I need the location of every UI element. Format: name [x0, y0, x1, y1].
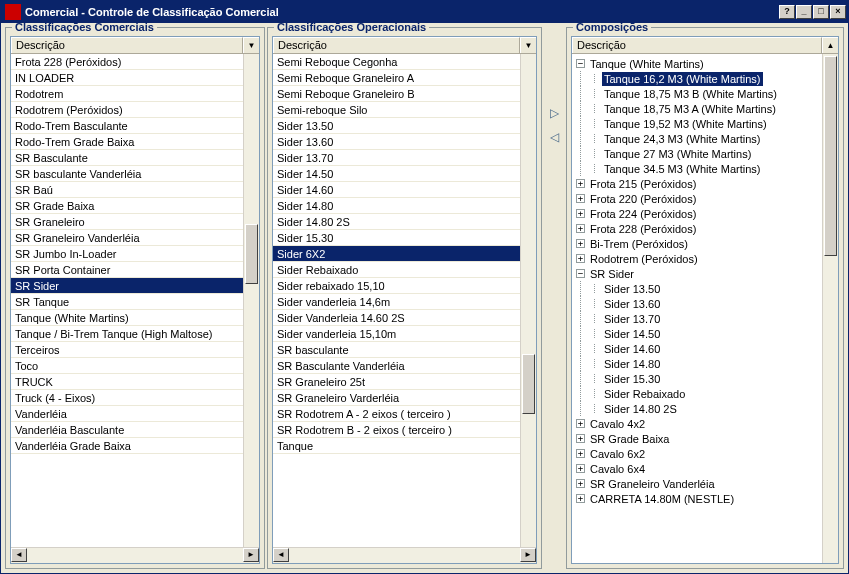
- expand-icon[interactable]: +: [576, 419, 585, 428]
- expand-icon[interactable]: +: [576, 464, 585, 473]
- scrollbar-horizontal[interactable]: ◄ ►: [11, 547, 259, 563]
- tree-node-label[interactable]: Cavalo 4x2: [588, 417, 647, 431]
- tree-node[interactable]: +Bi-Trem (Peróxidos): [572, 236, 822, 251]
- tree-leaf[interactable]: Sider 14.50: [572, 326, 822, 341]
- tree-leaf-label[interactable]: Tanque 18,75 M3 A (White Martins): [602, 102, 778, 116]
- tree-leaf-label[interactable]: Tanque 34.5 M3 (White Martins): [602, 162, 763, 176]
- tree-leaf-label[interactable]: Sider 13.50: [602, 282, 662, 296]
- tree-leaf[interactable]: Sider 14.60: [572, 341, 822, 356]
- list-item[interactable]: SR Graneleiro: [11, 214, 243, 230]
- list-item[interactable]: SR Baú: [11, 182, 243, 198]
- list-item[interactable]: Vanderléia Basculante: [11, 422, 243, 438]
- list-item[interactable]: Sider 13.60: [273, 134, 520, 150]
- list-item[interactable]: Rodotrem (Peróxidos): [11, 102, 243, 118]
- tree-node[interactable]: +Cavalo 4x2: [572, 416, 822, 431]
- list-item[interactable]: Vanderléia Grade Baixa: [11, 438, 243, 454]
- tree-leaf[interactable]: Tanque 18,75 M3 B (White Martins): [572, 86, 822, 101]
- tree-leaf[interactable]: Tanque 19,52 M3 (White Martins): [572, 116, 822, 131]
- list-item[interactable]: Sider 14.50: [273, 166, 520, 182]
- tree-leaf[interactable]: Tanque 16,2 M3 (White Martins): [572, 71, 822, 86]
- tree-node-label[interactable]: Frota 224 (Peróxidos): [588, 207, 698, 221]
- tree-node[interactable]: +SR Grade Baixa: [572, 431, 822, 446]
- tree-node-label[interactable]: SR Graneleiro Vanderléia: [588, 477, 717, 491]
- list-item[interactable]: Rodotrem: [11, 86, 243, 102]
- list-item[interactable]: Semi Reboque Graneleiro A: [273, 70, 520, 86]
- tree-node-label[interactable]: Cavalo 6x4: [588, 462, 647, 476]
- help-button[interactable]: ?: [779, 5, 795, 19]
- tree-leaf-label[interactable]: Tanque 24,3 M3 (White Martins): [602, 132, 763, 146]
- list-operacionais[interactable]: Descrição ▼ Semi Reboque CegonhaSemi Reb…: [272, 36, 537, 564]
- list-item[interactable]: SR Rodotrem B - 2 eixos ( terceiro ): [273, 422, 520, 438]
- close-button[interactable]: ×: [830, 5, 846, 19]
- tree-node[interactable]: +Frota 220 (Peróxidos): [572, 191, 822, 206]
- tree-composicoes[interactable]: Descrição ▲ −Tanque (White Martins)Tanqu…: [571, 36, 839, 564]
- list-item[interactable]: SR Graneleiro Varderléia: [273, 390, 520, 406]
- expand-icon[interactable]: +: [576, 194, 585, 203]
- scrollbar-thumb[interactable]: [522, 354, 535, 414]
- list-item[interactable]: Semi-reboque Silo: [273, 102, 520, 118]
- tree-leaf[interactable]: Tanque 27 M3 (White Martins): [572, 146, 822, 161]
- tree-leaf-label[interactable]: Sider Rebaixado: [602, 387, 687, 401]
- tree-node-label[interactable]: Cavalo 6x2: [588, 447, 647, 461]
- tree-leaf-label[interactable]: Tanque 19,52 M3 (White Martins): [602, 117, 769, 131]
- list-item[interactable]: SR Rodotrem A - 2 eixos ( terceiro ): [273, 406, 520, 422]
- list-item[interactable]: Sider 13.70: [273, 150, 520, 166]
- tree-leaf-label[interactable]: Tanque 16,2 M3 (White Martins): [602, 72, 763, 86]
- scrollbar-thumb[interactable]: [245, 224, 258, 284]
- tree-leaf[interactable]: Sider 14.80 2S: [572, 401, 822, 416]
- tree-leaf-label[interactable]: Sider 14.80: [602, 357, 662, 371]
- tree-node-label[interactable]: Frota 215 (Peróxidos): [588, 177, 698, 191]
- scrollbar-horizontal[interactable]: ◄ ►: [273, 547, 536, 563]
- scrollbar-vertical[interactable]: [520, 54, 536, 547]
- expand-icon[interactable]: +: [576, 494, 585, 503]
- tree-node-label[interactable]: SR Sider: [588, 267, 636, 281]
- list-item[interactable]: Sider rebaixado 15,10: [273, 278, 520, 294]
- list-operacionais-header[interactable]: Descrição ▼: [273, 37, 536, 54]
- list-item[interactable]: TRUCK: [11, 374, 243, 390]
- list-item[interactable]: Terceiros: [11, 342, 243, 358]
- move-left-button[interactable]: ◁: [547, 131, 561, 145]
- list-item[interactable]: Rodo-Trem Grade Baixa: [11, 134, 243, 150]
- move-right-button[interactable]: ▷: [547, 107, 561, 121]
- tree-leaf-label[interactable]: Tanque 27 M3 (White Martins): [602, 147, 753, 161]
- expand-icon[interactable]: +: [576, 479, 585, 488]
- list-item[interactable]: Tanque: [273, 438, 520, 454]
- column-sort-icon[interactable]: ▲: [822, 37, 838, 53]
- tree-node[interactable]: +Frota 228 (Peróxidos): [572, 221, 822, 236]
- list-item[interactable]: SR Porta Container: [11, 262, 243, 278]
- expand-icon[interactable]: +: [576, 449, 585, 458]
- tree-node[interactable]: +Frota 224 (Peróxidos): [572, 206, 822, 221]
- expand-icon[interactable]: +: [576, 179, 585, 188]
- tree-node[interactable]: +Rodotrem (Peróxidos): [572, 251, 822, 266]
- list-item[interactable]: Sider Vanderleia 14.60 2S: [273, 310, 520, 326]
- list-item[interactable]: Sider Rebaixado: [273, 262, 520, 278]
- list-item[interactable]: Sider vanderleia 14,6m: [273, 294, 520, 310]
- tree-node[interactable]: +Frota 215 (Peróxidos): [572, 176, 822, 191]
- list-item[interactable]: SR Jumbo In-Loader: [11, 246, 243, 262]
- list-item[interactable]: Toco: [11, 358, 243, 374]
- tree-leaf[interactable]: Tanque 18,75 M3 A (White Martins): [572, 101, 822, 116]
- tree-node[interactable]: +SR Graneleiro Vanderléia: [572, 476, 822, 491]
- column-descricao[interactable]: Descrição: [273, 37, 520, 53]
- tree-leaf[interactable]: Sider 13.60: [572, 296, 822, 311]
- list-item[interactable]: SR basculante: [273, 342, 520, 358]
- tree-leaf[interactable]: Sider 13.50: [572, 281, 822, 296]
- expand-icon[interactable]: +: [576, 254, 585, 263]
- list-item[interactable]: Sider 14.80: [273, 198, 520, 214]
- list-item[interactable]: Truck (4 - Eixos): [11, 390, 243, 406]
- scrollbar-thumb[interactable]: [824, 56, 837, 256]
- scroll-right-icon[interactable]: ►: [243, 548, 259, 562]
- tree-node[interactable]: −SR Sider: [572, 266, 822, 281]
- scroll-right-icon[interactable]: ►: [520, 548, 536, 562]
- tree-leaf-label[interactable]: Sider 14.60: [602, 342, 662, 356]
- list-item[interactable]: Sider 14.60: [273, 182, 520, 198]
- tree-node[interactable]: +Cavalo 6x2: [572, 446, 822, 461]
- tree-node[interactable]: +Cavalo 6x4: [572, 461, 822, 476]
- list-item[interactable]: Sider vanderleia 15,10m: [273, 326, 520, 342]
- list-item[interactable]: SR Sider: [11, 278, 243, 294]
- tree-node-label[interactable]: Rodotrem (Peróxidos): [588, 252, 700, 266]
- list-item[interactable]: Semi Reboque Graneleiro B: [273, 86, 520, 102]
- scroll-left-icon[interactable]: ◄: [11, 548, 27, 562]
- tree-node-label[interactable]: CARRETA 14.80M (NESTLE): [588, 492, 736, 506]
- list-item[interactable]: SR Graneleiro 25t: [273, 374, 520, 390]
